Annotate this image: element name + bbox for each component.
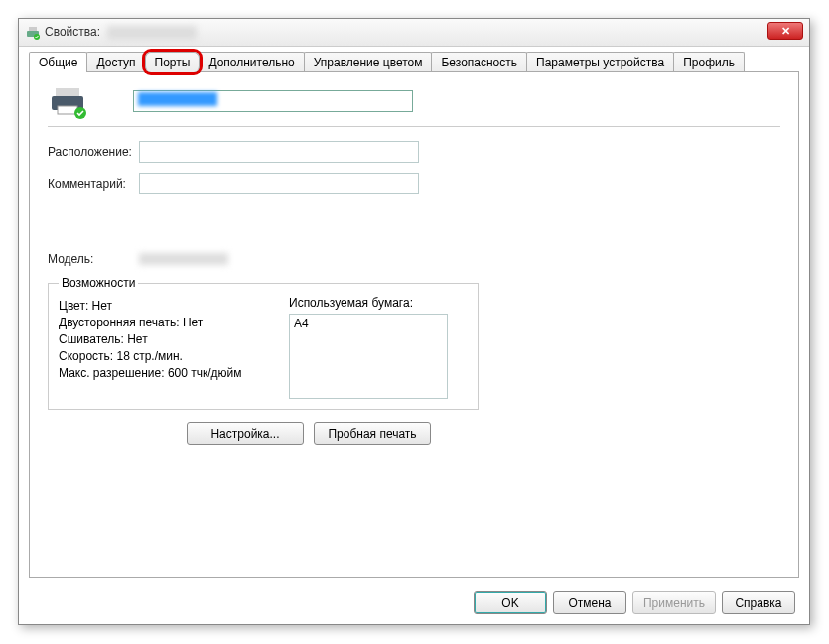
capabilities-list: Цвет: Нет Двусторонняя печать: Нет Сшива… [59,296,289,399]
tabstrip: Общие Доступ Порты Дополнительно Управле… [29,52,799,72]
tab-ports[interactable]: Порты [145,52,201,72]
location-label: Расположение: [48,145,139,159]
dialog-content: Общие Доступ Порты Дополнительно Управле… [19,47,809,624]
cap-stapler: Сшиватель: Нет [59,332,289,346]
tab-advanced[interactable]: Дополнительно [199,52,304,72]
svg-rect-1 [29,27,37,31]
tab-color-management[interactable]: Управление цветом [304,52,433,72]
ok-button[interactable]: OK [474,591,547,614]
cap-color: Цвет: Нет [59,299,289,313]
capabilities-legend: Возможности [59,276,138,290]
comment-input[interactable] [139,173,419,194]
printer-name-selection [138,92,217,106]
window-title: Свойства: [45,25,197,40]
tab-panel-general: Расположение: Комментарий: Модель: Возмо… [29,71,799,578]
printer-icon [48,86,83,116]
svg-rect-4 [56,88,79,96]
settings-button[interactable]: Настройка... [187,422,304,445]
tab-general[interactable]: Общие [29,52,87,72]
paper-label: Используемая бумага: [289,296,468,310]
svg-rect-5 [58,106,77,114]
help-button[interactable]: Справка [722,591,795,614]
cap-speed: Скорость: 18 стр./мин. [59,349,289,363]
cap-resolution: Макс. разрешение: 600 тчк/дюйм [59,366,289,380]
printer-title-icon [25,25,41,41]
capabilities-group: Возможности Цвет: Нет Двусторонняя печат… [48,276,479,410]
apply-button[interactable]: Применить [632,591,716,614]
cancel-button[interactable]: Отмена [553,591,626,614]
cap-duplex: Двусторонняя печать: Нет [59,316,289,329]
paper-listbox[interactable]: A4 [289,314,448,399]
test-print-button[interactable]: Пробная печать [314,422,431,445]
close-button[interactable]: ✕ [767,22,803,40]
tab-security[interactable]: Безопасность [431,52,527,72]
comment-label: Комментарий: [48,177,139,191]
properties-window: Свойства: ✕ Общие Доступ Порты Дополните… [18,18,810,625]
printer-name-field[interactable] [133,90,413,112]
model-label: Модель: [48,252,139,266]
dialog-buttons: OK Отмена Применить Справка [474,591,795,614]
tab-sharing[interactable]: Доступ [86,52,145,72]
location-input[interactable] [139,141,419,163]
titlebar[interactable]: Свойства: ✕ [19,19,809,47]
model-value-redacted [139,253,228,265]
paper-item[interactable]: A4 [294,317,443,330]
printer-name-redacted [107,26,197,40]
separator [48,126,780,127]
tab-device-settings[interactable]: Параметры устройства [526,52,674,72]
tab-profile[interactable]: Профиль [673,52,745,72]
